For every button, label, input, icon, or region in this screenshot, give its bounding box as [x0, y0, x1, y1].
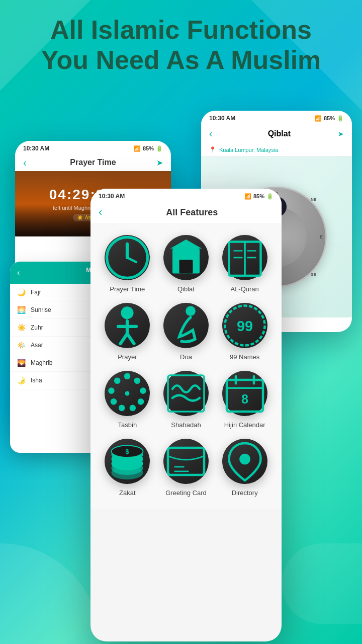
prayer-name: Maghrib — [31, 359, 52, 366]
feature-item-99names[interactable]: 99 99 Names — [218, 303, 272, 361]
feature-item-prayer-time[interactable]: Prayer Time — [101, 235, 154, 293]
feature-icon-greeting — [163, 439, 209, 484]
svg-point-27 — [125, 391, 130, 396]
location-pin-icon: 📍 — [209, 146, 216, 153]
prayer-title: Prayer Time — [70, 158, 116, 167]
qiblat-time: 10:30 AM — [209, 115, 235, 122]
svg-point-18 — [124, 373, 131, 380]
qiblat-nav-icon[interactable]: ➤ — [338, 130, 344, 138]
feature-item-greeting[interactable]: Greeting Card — [159, 439, 213, 497]
wifi-icon: 📶 — [315, 115, 322, 122]
feature-icon-hijiri: 8 — [222, 371, 267, 416]
feature-item-directory[interactable]: Directory — [218, 439, 272, 497]
phone-features: 10:30 AM 📶 85% 🔋 ‹ All Features Prayer T… — [90, 189, 282, 641]
feature-label-zakat: Zakat — [119, 489, 136, 497]
compass-east: E — [320, 234, 323, 239]
phones-container: 10:30 AM 📶 85% 🔋 ‹ Qiblat ➤ 📍 Kuala Lump… — [0, 111, 362, 644]
svg-point-15 — [186, 306, 196, 316]
qiblat-status-icons: 📶 85% 🔋 — [315, 115, 344, 122]
svg-point-44 — [239, 454, 250, 465]
svg-text:8: 8 — [241, 392, 248, 406]
prayer-icon: 🌄 — [17, 359, 26, 367]
svg-point-21 — [138, 398, 144, 405]
prayer-icon: ☀️ — [17, 324, 26, 332]
svg-point-26 — [114, 378, 121, 384]
svg-point-23 — [119, 405, 125, 412]
feature-item-shahadah[interactable]: Shahadah — [159, 371, 213, 429]
svg-point-14 — [121, 306, 134, 319]
features-header: ‹ All Features — [90, 202, 282, 223]
features-back-button[interactable]: ‹ — [99, 206, 102, 219]
prayer-name: Sunrise — [31, 306, 51, 313]
qiblat-back-button[interactable]: ‹ — [209, 128, 213, 139]
feature-label-qiblat: Qiblat — [177, 285, 195, 293]
features-status-icons: 📶 85% 🔋 — [244, 193, 274, 200]
feature-label-prayer-time: Prayer Time — [110, 285, 145, 293]
feature-label-directory: Directory — [232, 489, 258, 497]
compass-ne: NE — [311, 197, 316, 202]
battery-icon: 85% — [324, 115, 335, 121]
feature-icon-directory — [222, 439, 267, 484]
svg-point-24 — [111, 398, 117, 405]
feature-item-hijiri[interactable]: 8 Hijiri Calendar — [218, 371, 272, 429]
hero-title: All Islamic Functions You Need As A Musl… — [0, 15, 362, 75]
feature-item-zakat[interactable]: $ Zakat — [101, 439, 154, 497]
qiblat-header: ‹ Qiblat ➤ — [201, 124, 352, 143]
compass-se: SE — [311, 272, 316, 277]
hero-section: All Islamic Functions You Need As A Musl… — [0, 15, 362, 75]
feature-icon-alquran — [222, 235, 267, 280]
battery-bar-icon: 🔋 — [337, 115, 344, 122]
features-battery-text: 85% — [253, 193, 264, 199]
sidebar-back-button[interactable]: ‹ — [17, 268, 20, 277]
prayer-battery-bar: 🔋 — [156, 145, 163, 152]
feature-icon-99names: 99 — [222, 303, 267, 348]
feature-icon-doa — [163, 303, 209, 348]
feature-icon-prayer-time — [105, 235, 150, 280]
prayer-header: ‹ Prayer Time ➤ — [15, 154, 171, 171]
feature-icon-zakat: $ — [105, 439, 150, 484]
prayer-wifi-icon: 📶 — [134, 145, 141, 152]
qiblat-status-bar: 10:30 AM 📶 85% 🔋 — [201, 111, 352, 124]
svg-text:99: 99 — [237, 318, 253, 334]
prayer-name: Zuhr — [31, 324, 43, 331]
prayer-name: Asar — [31, 342, 43, 349]
feature-icon-tasbih — [105, 371, 150, 416]
qiblat-location: 📍 Kuala Lumpur, Malaysia — [201, 143, 352, 156]
feature-item-tasbih[interactable]: Tasbih — [101, 371, 154, 429]
prayer-time-status: 10:30 AM — [23, 145, 49, 152]
feature-item-prayer[interactable]: Prayer — [101, 303, 154, 361]
svg-text:$: $ — [126, 448, 129, 455]
feature-item-qiblat[interactable]: Qiblat — [159, 235, 213, 293]
features-grid: Prayer Time Qiblat AL-Quran Prayer Doa 9… — [90, 223, 282, 509]
svg-point-20 — [140, 387, 147, 394]
location-text: Kuala Lumpur, Malaysia — [219, 147, 278, 153]
svg-point-25 — [109, 387, 115, 394]
prayer-battery-icon: 85% — [143, 145, 154, 151]
prayer-back-button[interactable]: ‹ — [23, 157, 27, 169]
feature-label-tasbih: Tasbih — [118, 421, 137, 429]
features-title: All Features — [110, 207, 274, 218]
svg-point-19 — [134, 378, 141, 384]
features-wifi-icon: 📶 — [244, 193, 251, 200]
prayer-name: Fajr — [31, 289, 41, 296]
feature-label-prayer: Prayer — [118, 353, 137, 361]
feature-item-doa[interactable]: Doa — [159, 303, 213, 361]
sun-icon: ☀️ — [77, 215, 83, 220]
prayer-icon: 🌅 — [17, 306, 26, 314]
feature-label-hijiri: Hijiri Calendar — [224, 421, 265, 429]
feature-label-shahadah: Shahadah — [171, 421, 201, 429]
features-battery-icon: 🔋 — [266, 193, 274, 200]
feature-label-greeting: Greeting Card — [165, 489, 207, 497]
qiblat-title: Qiblat — [221, 129, 338, 138]
svg-line-4 — [127, 258, 136, 262]
prayer-icon: 🌛 — [17, 376, 26, 384]
feature-icon-qiblat — [163, 235, 209, 280]
svg-marker-7 — [170, 239, 202, 249]
feature-label-doa: Doa — [180, 353, 192, 361]
prayer-status-bar: 10:30 AM 📶 85% 🔋 — [15, 141, 171, 154]
feature-label-99names: 99 Names — [230, 353, 259, 361]
prayer-name: Isha — [31, 377, 42, 384]
feature-item-alquran[interactable]: AL-Quran — [218, 235, 272, 293]
feature-icon-shahadah — [163, 371, 209, 416]
prayer-nav-icon[interactable]: ➤ — [156, 158, 163, 168]
